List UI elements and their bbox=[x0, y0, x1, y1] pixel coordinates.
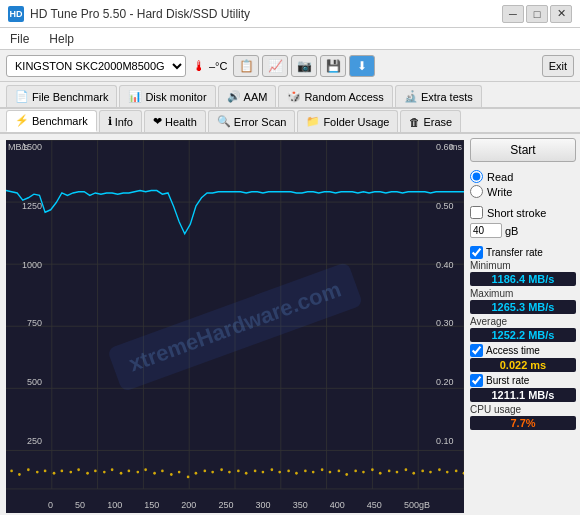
chart-svg bbox=[6, 140, 464, 513]
tab-benchmark[interactable]: ⚡ Benchmark bbox=[6, 110, 97, 132]
svg-point-65 bbox=[405, 468, 408, 471]
svg-point-31 bbox=[120, 472, 123, 475]
svg-point-24 bbox=[61, 469, 64, 472]
tab-health-label: Health bbox=[165, 116, 197, 128]
benchmark-icon: ⚡ bbox=[15, 114, 29, 127]
svg-point-67 bbox=[421, 469, 424, 472]
average-label: Average bbox=[470, 316, 576, 327]
gb-label: gB bbox=[505, 225, 518, 237]
tab-error-scan-label: Error Scan bbox=[234, 116, 287, 128]
access-time-checkbox[interactable] bbox=[470, 344, 483, 357]
short-stroke-label: Short stroke bbox=[487, 207, 546, 219]
maximize-button[interactable]: □ bbox=[526, 5, 548, 23]
graph-icon-btn[interactable]: 📈 bbox=[262, 55, 288, 77]
exit-button[interactable]: Exit bbox=[542, 55, 574, 77]
tab-aam-label: AAM bbox=[244, 91, 268, 103]
svg-point-28 bbox=[94, 469, 97, 472]
svg-point-27 bbox=[86, 472, 89, 475]
minimize-button[interactable]: ─ bbox=[502, 5, 524, 23]
svg-point-25 bbox=[69, 471, 72, 474]
tab-health[interactable]: ❤ Health bbox=[144, 110, 206, 132]
chart-area: MB/s ms bbox=[6, 140, 464, 513]
short-stroke-row: gB bbox=[470, 223, 576, 238]
svg-point-52 bbox=[295, 472, 298, 475]
short-stroke-checkbox[interactable] bbox=[470, 206, 483, 219]
maximum-label: Maximum bbox=[470, 288, 576, 299]
svg-point-39 bbox=[187, 475, 190, 478]
nav-tabs-row2: ⚡ Benchmark ℹ Info ❤ Health 🔍 Error Scan… bbox=[0, 109, 580, 134]
window-controls: ─ □ ✕ bbox=[502, 5, 572, 23]
svg-point-44 bbox=[228, 471, 231, 474]
tab-aam[interactable]: 🔊 AAM bbox=[218, 85, 277, 107]
tab-info[interactable]: ℹ Info bbox=[99, 110, 142, 132]
info-icon-btn[interactable]: 📋 bbox=[233, 55, 259, 77]
drive-select[interactable]: KINGSTON SKC2000M8500G (500 gB) bbox=[6, 55, 186, 77]
read-write-group: Read Write bbox=[470, 170, 576, 198]
camera-icon-btn[interactable]: 📷 bbox=[291, 55, 317, 77]
svg-point-60 bbox=[362, 471, 365, 474]
tab-error-scan[interactable]: 🔍 Error Scan bbox=[208, 110, 296, 132]
tab-random-access-label: Random Access bbox=[304, 91, 383, 103]
tab-extra-tests-label: Extra tests bbox=[421, 91, 473, 103]
transfer-rate-checkbox[interactable] bbox=[470, 246, 483, 259]
svg-point-54 bbox=[312, 471, 315, 474]
svg-point-37 bbox=[170, 473, 173, 476]
tab-file-benchmark[interactable]: 📄 File Benchmark bbox=[6, 85, 117, 107]
svg-point-50 bbox=[278, 471, 281, 474]
tab-erase[interactable]: 🗑 Erase bbox=[400, 110, 461, 132]
svg-point-61 bbox=[371, 468, 374, 471]
svg-point-59 bbox=[354, 469, 357, 472]
tab-folder-usage-label: Folder Usage bbox=[323, 116, 389, 128]
tab-disk-monitor[interactable]: 📊 Disk monitor bbox=[119, 85, 215, 107]
tab-random-access[interactable]: 🎲 Random Access bbox=[278, 85, 392, 107]
svg-point-45 bbox=[237, 469, 240, 472]
start-button[interactable]: Start bbox=[470, 138, 576, 162]
transfer-rate-label: Transfer rate bbox=[486, 247, 543, 258]
transfer-rate-checkbox-row[interactable]: Transfer rate bbox=[470, 246, 576, 259]
chart-y-labels-right: 0.600.500.400.300.200.10 bbox=[434, 140, 464, 513]
short-stroke-input[interactable] bbox=[470, 223, 502, 238]
tab-file-benchmark-label: File Benchmark bbox=[32, 91, 108, 103]
svg-point-46 bbox=[245, 472, 248, 475]
svg-point-34 bbox=[144, 468, 147, 471]
down-icon-btn[interactable]: ⬇ bbox=[349, 55, 375, 77]
burst-rate-checkbox-row[interactable]: Burst rate bbox=[470, 374, 576, 387]
cpu-usage-label: CPU usage bbox=[470, 404, 576, 415]
read-radio[interactable] bbox=[470, 170, 483, 183]
write-radio-item[interactable]: Write bbox=[470, 185, 576, 198]
content-area: MB/s ms bbox=[0, 134, 580, 515]
save-icon-btn[interactable]: 💾 bbox=[320, 55, 346, 77]
temperature-icon: 🌡 bbox=[192, 58, 206, 74]
svg-point-53 bbox=[304, 469, 307, 472]
file-benchmark-icon: 📄 bbox=[15, 90, 29, 103]
tab-extra-tests[interactable]: 🔬 Extra tests bbox=[395, 85, 482, 107]
file-menu[interactable]: File bbox=[6, 30, 33, 48]
random-access-icon: 🎲 bbox=[287, 90, 301, 103]
access-time-checkbox-row[interactable]: Access time bbox=[470, 344, 576, 357]
svg-point-43 bbox=[220, 468, 223, 471]
svg-point-55 bbox=[321, 468, 324, 471]
write-label: Write bbox=[487, 186, 512, 198]
menu-bar: File Help bbox=[0, 28, 580, 50]
svg-point-32 bbox=[128, 469, 131, 472]
read-radio-item[interactable]: Read bbox=[470, 170, 576, 183]
nav-tabs: 📄 File Benchmark 📊 Disk monitor 🔊 AAM 🎲 … bbox=[0, 82, 580, 109]
write-radio[interactable] bbox=[470, 185, 483, 198]
access-time-value: 0.022 ms bbox=[470, 358, 576, 372]
svg-point-48 bbox=[262, 471, 265, 474]
svg-point-30 bbox=[111, 468, 114, 471]
svg-point-51 bbox=[287, 469, 290, 472]
svg-point-66 bbox=[412, 472, 415, 475]
svg-point-58 bbox=[345, 473, 348, 476]
disk-monitor-icon: 📊 bbox=[128, 90, 142, 103]
tab-folder-usage[interactable]: 📁 Folder Usage bbox=[297, 110, 398, 132]
title-bar: HD HD Tune Pro 5.50 - Hard Disk/SSD Util… bbox=[0, 0, 580, 28]
burst-rate-label: Burst rate bbox=[486, 375, 529, 386]
svg-point-57 bbox=[338, 469, 341, 472]
close-button[interactable]: ✕ bbox=[550, 5, 572, 23]
burst-rate-checkbox[interactable] bbox=[470, 374, 483, 387]
help-menu[interactable]: Help bbox=[45, 30, 78, 48]
erase-icon: 🗑 bbox=[409, 116, 420, 128]
stats-section: Transfer rate Minimum 1186.4 MB/s Maximu… bbox=[470, 246, 576, 430]
short-stroke-item[interactable]: Short stroke bbox=[470, 206, 576, 219]
